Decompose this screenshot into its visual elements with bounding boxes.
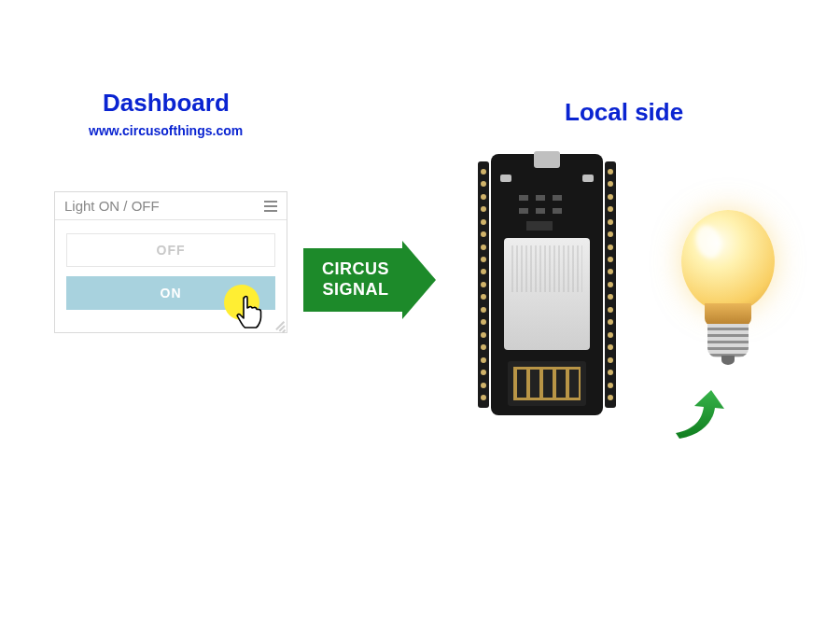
light-bulb-icon [672,210,784,369]
hamburger-icon[interactable] [264,201,277,212]
widget-title: Light ON / OFF [64,198,160,214]
off-button[interactable]: OFF [66,233,275,267]
signal-line2: SIGNAL [322,280,389,301]
dashboard-url: www.circusofthings.com [89,123,243,138]
diagram-canvas: Dashboard www.circusofthings.com Local s… [0,0,840,629]
pointer-hand-icon [231,292,269,329]
dashboard-heading: Dashboard [103,89,230,118]
arrow-head-icon [402,241,436,319]
signal-line1: CIRCUS [322,259,389,280]
local-side-heading: Local side [565,98,683,127]
widget-header: Light ON / OFF [55,192,287,220]
esp32-board-icon [478,154,616,415]
circus-signal-arrow: CIRCUS SIGNAL [303,241,436,319]
up-arrow-icon [663,383,728,448]
